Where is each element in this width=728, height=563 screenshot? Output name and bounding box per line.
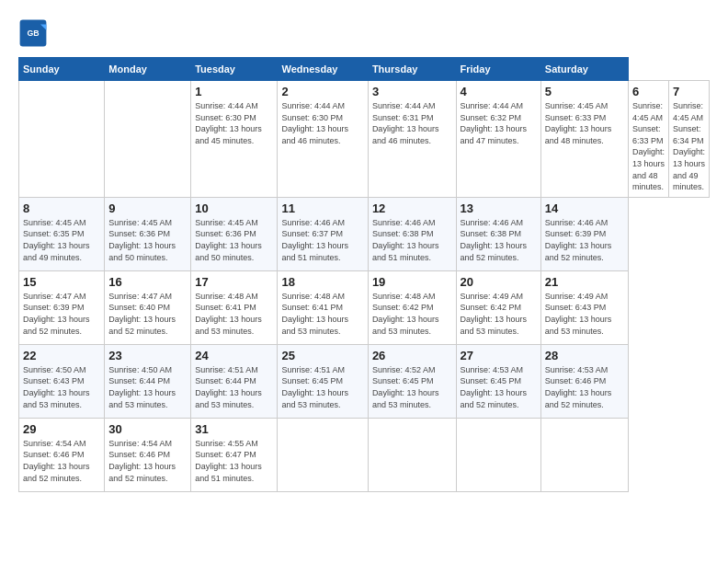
- calendar-cell: 9Sunrise: 4:45 AMSunset: 6:36 PMDaylight…: [105, 197, 191, 270]
- day-number: 26: [372, 349, 452, 362]
- calendar-cell: 1Sunrise: 4:44 AMSunset: 6:30 PMDaylight…: [191, 81, 278, 198]
- calendar-header: SundayMondayTuesdayWednesdayThursdayFrid…: [19, 58, 710, 81]
- day-number: 2: [281, 85, 363, 98]
- day-info: Sunrise: 4:50 AMSunset: 6:44 PMDaylight:…: [108, 364, 187, 410]
- day-info: Sunrise: 4:54 AMSunset: 6:46 PMDaylight:…: [23, 438, 100, 484]
- calendar-cell: [368, 418, 456, 491]
- day-info: Sunrise: 4:45 AMSunset: 6:33 PMDaylight:…: [545, 100, 624, 146]
- calendar-cell: 17Sunrise: 4:48 AMSunset: 6:41 PMDayligh…: [191, 270, 278, 344]
- calendar-cell: [540, 418, 628, 491]
- calendar-cell: 27Sunrise: 4:53 AMSunset: 6:45 PMDayligh…: [456, 344, 540, 418]
- day-number: 29: [23, 422, 100, 436]
- calendar-cell: 5Sunrise: 4:45 AMSunset: 6:33 PMDaylight…: [540, 81, 628, 198]
- day-info: Sunrise: 4:45 AMSunset: 6:36 PMDaylight:…: [195, 217, 273, 263]
- day-number: 20: [461, 275, 537, 289]
- calendar-cell: 2Sunrise: 4:44 AMSunset: 6:30 PMDaylight…: [278, 81, 368, 198]
- calendar-cell: 15Sunrise: 4:47 AMSunset: 6:39 PMDayligh…: [19, 270, 105, 344]
- column-header-monday: Monday: [105, 58, 191, 81]
- calendar-cell: 19Sunrise: 4:48 AMSunset: 6:42 PMDayligh…: [368, 270, 456, 344]
- column-header-friday: Friday: [456, 58, 540, 81]
- calendar-cell: 22Sunrise: 4:50 AMSunset: 6:43 PMDayligh…: [19, 344, 105, 418]
- day-number: 31: [195, 422, 273, 436]
- calendar-week-row: 8Sunrise: 4:45 AMSunset: 6:35 PMDaylight…: [19, 197, 710, 270]
- day-info: Sunrise: 4:53 AMSunset: 6:45 PMDaylight:…: [461, 364, 537, 410]
- day-number: 10: [195, 201, 273, 215]
- day-info: Sunrise: 4:47 AMSunset: 6:39 PMDaylight:…: [23, 291, 100, 337]
- day-number: 28: [545, 349, 624, 362]
- day-number: 6: [632, 85, 665, 98]
- day-number: 14: [545, 201, 624, 215]
- calendar-cell: 24Sunrise: 4:51 AMSunset: 6:44 PMDayligh…: [191, 344, 278, 418]
- day-info: Sunrise: 4:46 AMSunset: 6:38 PMDaylight:…: [372, 217, 452, 263]
- calendar-week-row: 22Sunrise: 4:50 AMSunset: 6:43 PMDayligh…: [19, 344, 710, 418]
- column-header-thursday: Thursday: [368, 58, 456, 81]
- calendar-cell: 8Sunrise: 4:45 AMSunset: 6:35 PMDaylight…: [19, 197, 105, 270]
- day-number: 13: [461, 201, 537, 215]
- page-header: GB: [18, 18, 710, 48]
- calendar-cell: 26Sunrise: 4:52 AMSunset: 6:45 PMDayligh…: [368, 344, 456, 418]
- day-number: 7: [673, 85, 705, 98]
- calendar-week-row: 15Sunrise: 4:47 AMSunset: 6:39 PMDayligh…: [19, 270, 710, 344]
- calendar-cell: 7Sunrise: 4:45 AMSunset: 6:34 PMDaylight…: [668, 81, 709, 198]
- day-info: Sunrise: 4:44 AMSunset: 6:31 PMDaylight:…: [372, 100, 452, 146]
- column-header-sunday: Sunday: [19, 58, 105, 81]
- calendar-cell: 25Sunrise: 4:51 AMSunset: 6:45 PMDayligh…: [278, 344, 368, 418]
- calendar-cell: 20Sunrise: 4:49 AMSunset: 6:42 PMDayligh…: [456, 270, 540, 344]
- day-number: 9: [108, 201, 187, 215]
- day-info: Sunrise: 4:45 AMSunset: 6:34 PMDaylight:…: [673, 100, 705, 193]
- calendar-week-row: 29Sunrise: 4:54 AMSunset: 6:46 PMDayligh…: [19, 418, 710, 491]
- svg-text:GB: GB: [27, 29, 39, 38]
- day-info: Sunrise: 4:45 AMSunset: 6:36 PMDaylight:…: [108, 217, 187, 263]
- calendar-cell: 23Sunrise: 4:50 AMSunset: 6:44 PMDayligh…: [105, 344, 191, 418]
- day-info: Sunrise: 4:44 AMSunset: 6:30 PMDaylight:…: [281, 100, 363, 146]
- calendar-cell: 14Sunrise: 4:46 AMSunset: 6:39 PMDayligh…: [540, 197, 628, 270]
- logo-icon: GB: [18, 18, 48, 48]
- day-info: Sunrise: 4:54 AMSunset: 6:46 PMDaylight:…: [108, 438, 187, 484]
- day-info: Sunrise: 4:48 AMSunset: 6:41 PMDaylight:…: [281, 291, 363, 337]
- day-number: 1: [195, 85, 273, 98]
- day-number: 25: [281, 349, 363, 362]
- calendar-cell: [278, 418, 368, 491]
- day-number: 17: [195, 275, 273, 289]
- day-number: 3: [372, 85, 452, 98]
- day-number: 30: [108, 422, 187, 436]
- day-number: 23: [108, 349, 187, 362]
- day-info: Sunrise: 4:49 AMSunset: 6:43 PMDaylight:…: [545, 291, 624, 337]
- day-info: Sunrise: 4:46 AMSunset: 6:37 PMDaylight:…: [281, 217, 363, 263]
- day-info: Sunrise: 4:48 AMSunset: 6:42 PMDaylight:…: [372, 291, 452, 337]
- day-number: 11: [281, 201, 363, 215]
- day-info: Sunrise: 4:48 AMSunset: 6:41 PMDaylight:…: [195, 291, 273, 337]
- column-header-saturday: Saturday: [540, 58, 628, 81]
- day-number: 27: [461, 349, 537, 362]
- column-header-tuesday: Tuesday: [191, 58, 278, 81]
- day-info: Sunrise: 4:52 AMSunset: 6:45 PMDaylight:…: [372, 364, 452, 410]
- calendar-cell: 3Sunrise: 4:44 AMSunset: 6:31 PMDaylight…: [368, 81, 456, 198]
- day-info: Sunrise: 4:51 AMSunset: 6:44 PMDaylight:…: [195, 364, 273, 410]
- day-number: 8: [23, 201, 100, 215]
- day-info: Sunrise: 4:44 AMSunset: 6:30 PMDaylight:…: [195, 100, 273, 146]
- calendar-header-row: SundayMondayTuesdayWednesdayThursdayFrid…: [19, 58, 710, 81]
- day-number: 22: [23, 349, 100, 362]
- calendar-body: 1Sunrise: 4:44 AMSunset: 6:30 PMDaylight…: [19, 81, 710, 492]
- calendar-cell: [456, 418, 540, 491]
- day-info: Sunrise: 4:45 AMSunset: 6:35 PMDaylight:…: [23, 217, 100, 263]
- day-info: Sunrise: 4:46 AMSunset: 6:39 PMDaylight:…: [545, 217, 624, 263]
- logo: GB: [18, 18, 51, 48]
- calendar-cell: 28Sunrise: 4:53 AMSunset: 6:46 PMDayligh…: [540, 344, 628, 418]
- calendar-cell: 12Sunrise: 4:46 AMSunset: 6:38 PMDayligh…: [368, 197, 456, 270]
- day-number: 24: [195, 349, 273, 362]
- calendar-cell: 10Sunrise: 4:45 AMSunset: 6:36 PMDayligh…: [191, 197, 278, 270]
- day-number: 19: [372, 275, 452, 289]
- calendar-cell: 13Sunrise: 4:46 AMSunset: 6:38 PMDayligh…: [456, 197, 540, 270]
- calendar-cell: 4Sunrise: 4:44 AMSunset: 6:32 PMDaylight…: [456, 81, 540, 198]
- calendar-cell: 31Sunrise: 4:55 AMSunset: 6:47 PMDayligh…: [191, 418, 278, 491]
- calendar-cell: 21Sunrise: 4:49 AMSunset: 6:43 PMDayligh…: [540, 270, 628, 344]
- day-number: 16: [108, 275, 187, 289]
- column-header-wednesday: Wednesday: [278, 58, 368, 81]
- day-info: Sunrise: 4:51 AMSunset: 6:45 PMDaylight:…: [281, 364, 363, 410]
- day-info: Sunrise: 4:55 AMSunset: 6:47 PMDaylight:…: [195, 438, 273, 484]
- calendar-cell: 16Sunrise: 4:47 AMSunset: 6:40 PMDayligh…: [105, 270, 191, 344]
- day-info: Sunrise: 4:44 AMSunset: 6:32 PMDaylight:…: [461, 100, 537, 146]
- calendar-table: SundayMondayTuesdayWednesdayThursdayFrid…: [18, 57, 710, 492]
- day-number: 15: [23, 275, 100, 289]
